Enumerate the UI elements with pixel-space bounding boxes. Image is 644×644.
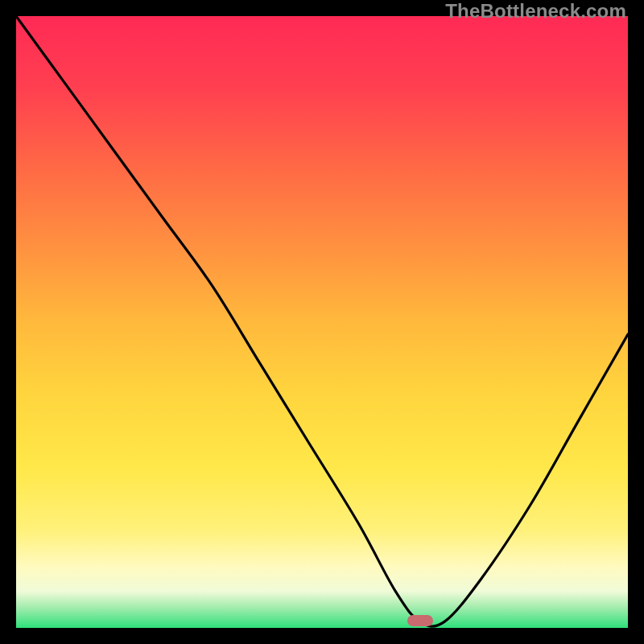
gradient-background — [16, 16, 628, 628]
chart-frame — [16, 16, 628, 628]
bottleneck-chart — [16, 16, 628, 628]
optimal-marker — [407, 615, 433, 626]
watermark-label: TheBottleneck.com — [445, 0, 626, 23]
